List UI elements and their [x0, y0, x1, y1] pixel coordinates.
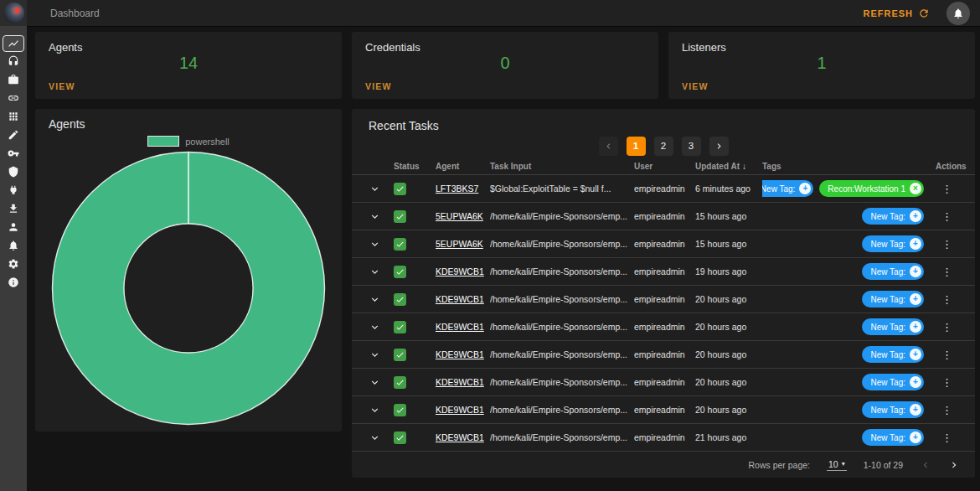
status-checkbox[interactable]: [394, 349, 406, 361]
row-actions-menu-button[interactable]: ⋮: [936, 349, 958, 361]
col-status[interactable]: Status: [394, 162, 436, 171]
row-actions-menu-button[interactable]: ⋮: [936, 376, 958, 389]
sidebar-item-security[interactable]: [3, 163, 24, 181]
plus-circle-icon[interactable]: +: [910, 238, 921, 250]
plus-circle-icon[interactable]: +: [910, 321, 921, 333]
sidebar-item-plugins[interactable]: [3, 126, 24, 144]
plus-circle-icon[interactable]: +: [910, 376, 921, 388]
sidebar-item-credentials[interactable]: [3, 144, 24, 163]
sidebar-item-notifications[interactable]: [3, 236, 24, 255]
agent-link[interactable]: KDE9WCB1: [436, 266, 490, 277]
expand-row-button[interactable]: [369, 349, 381, 361]
plus-circle-icon[interactable]: +: [910, 349, 921, 360]
row-actions-menu-button[interactable]: ⋮: [936, 183, 958, 195]
sidebar-item-agents[interactable]: [3, 89, 24, 107]
status-checkbox[interactable]: [394, 404, 406, 416]
refresh-button[interactable]: REFRESH: [863, 8, 930, 19]
sidebar-item-plugins-power[interactable]: [3, 181, 24, 199]
sidebar-item-settings[interactable]: [3, 255, 24, 273]
footer-next-button[interactable]: [948, 459, 960, 471]
pagination-next-button[interactable]: [709, 137, 729, 156]
row-actions-menu-button[interactable]: ⋮: [936, 210, 958, 223]
expand-row-button[interactable]: [369, 210, 381, 223]
pagination-prev-button[interactable]: [599, 137, 618, 156]
tag-chip[interactable]: New Tag:+: [862, 346, 924, 363]
col-updated-at[interactable]: Updated At↓: [695, 162, 762, 171]
agent-link[interactable]: KDE9WCB1: [436, 322, 490, 332]
status-checkbox[interactable]: [394, 266, 406, 278]
row-actions-menu-button[interactable]: ⋮: [936, 238, 958, 251]
row-actions-menu-button[interactable]: ⋮: [936, 293, 958, 306]
notifications-button[interactable]: [946, 2, 970, 25]
agent-link[interactable]: KDE9WCB1: [436, 405, 490, 415]
tag-chip[interactable]: New Tag:+: [862, 208, 924, 225]
pagination-page-2[interactable]: 2: [654, 137, 673, 156]
agent-link[interactable]: KDE9WCB1: [436, 294, 490, 304]
tag-chip[interactable]: New Tag:+: [762, 180, 813, 197]
status-checkbox[interactable]: [394, 321, 406, 333]
plus-circle-icon[interactable]: +: [910, 432, 921, 443]
expand-row-button[interactable]: [369, 266, 381, 278]
expand-row-button[interactable]: [369, 376, 381, 389]
expand-row-button[interactable]: [369, 183, 381, 195]
expand-row-button[interactable]: [369, 321, 381, 333]
col-user[interactable]: User: [634, 162, 695, 171]
chevron-down-icon: [369, 238, 381, 251]
agent-link[interactable]: KDE9WCB1: [436, 349, 490, 359]
plus-circle-icon[interactable]: +: [910, 404, 921, 416]
col-tags[interactable]: Tags: [762, 162, 936, 171]
col-agent[interactable]: Agent: [436, 162, 490, 171]
expand-row-button[interactable]: [369, 238, 381, 251]
plus-circle-icon[interactable]: +: [910, 293, 921, 305]
row-actions-menu-button[interactable]: ⋮: [936, 266, 958, 278]
agent-link[interactable]: KDE9WCB1: [436, 377, 490, 387]
tag-chip[interactable]: New Tag:+: [862, 291, 924, 308]
sidebar-item-about[interactable]: [3, 273, 24, 292]
row-actions-menu-button[interactable]: ⋮: [936, 404, 958, 416]
expand-row-button[interactable]: [369, 432, 381, 444]
tag-chip[interactable]: New Tag:+: [862, 263, 924, 280]
check-icon: [395, 240, 405, 249]
sidebar-item-modules[interactable]: [3, 107, 24, 126]
expand-row-button[interactable]: [369, 404, 381, 416]
agent-link[interactable]: 5EUPWA6K: [436, 211, 490, 221]
status-checkbox[interactable]: [394, 238, 406, 251]
refresh-label: REFRESH: [863, 8, 913, 18]
status-checkbox[interactable]: [394, 183, 406, 195]
tag-chip[interactable]: New Tag:+: [862, 401, 924, 418]
sidebar-item-stagers[interactable]: [3, 70, 24, 89]
plus-circle-icon[interactable]: +: [910, 266, 921, 277]
view-agents-button[interactable]: VIEW: [49, 81, 75, 91]
agent-link[interactable]: KDE9WCB1: [436, 432, 490, 442]
plus-circle-icon[interactable]: +: [910, 210, 921, 222]
rows-per-page-select[interactable]: 10 ▾: [827, 459, 847, 471]
tag-chip[interactable]: New Tag:+: [862, 318, 924, 335]
sidebar-item-users[interactable]: [3, 218, 24, 236]
plus-circle-icon[interactable]: +: [799, 183, 811, 194]
tag-chip[interactable]: New Tag:+: [862, 429, 924, 446]
agent-link[interactable]: 5EUPWA6K: [436, 239, 490, 249]
view-credentials-button[interactable]: VIEW: [365, 81, 392, 91]
row-actions-menu-button[interactable]: ⋮: [936, 432, 958, 444]
sidebar-item-dashboard[interactable]: [3, 35, 24, 52]
tag-chip[interactable]: New Tag:+: [862, 235, 924, 252]
close-circle-icon[interactable]: ×: [910, 183, 921, 194]
pagination-page-1[interactable]: 1: [627, 137, 646, 156]
status-checkbox[interactable]: [394, 376, 406, 389]
sidebar-item-listeners[interactable]: [3, 52, 24, 70]
sidebar-item-downloads[interactable]: [3, 199, 24, 218]
logo-box[interactable]: [0, 0, 27, 26]
agent-link[interactable]: LFT3BKS7: [436, 183, 490, 194]
view-listeners-button[interactable]: VIEW: [682, 81, 709, 91]
chart-legend[interactable]: powershell: [49, 136, 328, 147]
tag-chip[interactable]: Recon:Workstation 1×: [819, 180, 924, 197]
pagination-page-3[interactable]: 3: [682, 137, 701, 156]
footer-prev-button[interactable]: [920, 459, 931, 471]
status-checkbox[interactable]: [394, 293, 406, 306]
tag-chip[interactable]: New Tag:+: [862, 374, 924, 390]
status-checkbox[interactable]: [394, 210, 406, 223]
row-actions-menu-button[interactable]: ⋮: [936, 321, 958, 333]
col-task-input[interactable]: Task Input: [490, 162, 634, 171]
expand-row-button[interactable]: [369, 293, 381, 306]
status-checkbox[interactable]: [394, 432, 406, 444]
